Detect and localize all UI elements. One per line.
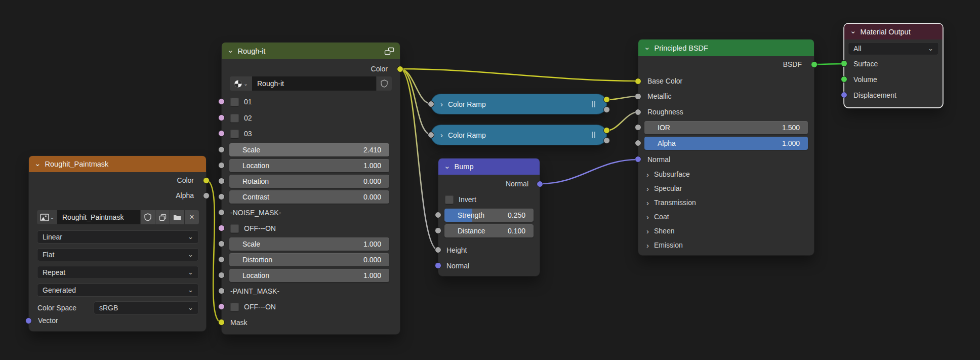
socket-fac-input[interactable]	[428, 132, 434, 138]
invert-checkbox[interactable]	[445, 195, 454, 204]
socket-surface-input[interactable]	[841, 60, 847, 67]
node-header[interactable]: ⌄ Rough-it	[222, 43, 400, 59]
socket-fac-input[interactable]	[428, 101, 434, 107]
extension-dropdown[interactable]: Repeat ⌄	[37, 266, 199, 279]
socket-mask-input[interactable]	[218, 319, 225, 326]
image-name-field[interactable]: Roughit_Paintmask	[57, 210, 140, 224]
socket-off-on-1-input[interactable]	[218, 225, 225, 231]
group-browse-button[interactable]: ⌄	[230, 76, 252, 91]
node-roughit-paintmask[interactable]: ⌄ Roughit_Paintmask Color Alpha ⌄ Roughi…	[29, 156, 206, 331]
socket-scale-input[interactable]	[218, 146, 225, 153]
socket-scale-2-input[interactable]	[218, 241, 225, 247]
off-on-checkbox-2[interactable]	[230, 303, 239, 311]
duplicate-button[interactable]	[155, 210, 170, 224]
alpha-slider[interactable]: Alpha 1.000	[644, 137, 808, 150]
socket-bsdf-output[interactable]	[811, 61, 818, 68]
node-header[interactable]: ⌄ Material Output	[844, 24, 943, 39]
node-header[interactable]: ⌄ Bump	[438, 158, 540, 175]
socket-rotation-input[interactable]	[218, 178, 225, 184]
node-material-output[interactable]: ⌄ Material Output All ⌄ Surface Volume D…	[844, 24, 943, 107]
socket-vector-input[interactable]	[25, 317, 32, 324]
socket-color-output[interactable]	[397, 66, 403, 72]
unlink-button[interactable]: ×	[185, 210, 199, 224]
section-coat[interactable]: › Coat	[646, 210, 669, 223]
socket-03-input[interactable]	[218, 130, 225, 137]
collapse-chevron-icon[interactable]: ⌄	[444, 162, 451, 170]
socket-roughness-input[interactable]	[635, 109, 641, 115]
socket-strength-input[interactable]	[435, 212, 441, 218]
fake-user-button[interactable]	[141, 210, 155, 224]
socket-height-input[interactable]	[435, 247, 441, 253]
socket-ior-input[interactable]	[635, 124, 641, 131]
socket-normal-output[interactable]	[537, 181, 543, 187]
socket-distortion-input[interactable]	[218, 256, 225, 263]
ior-slider[interactable]: IOR 1.500	[644, 121, 808, 134]
node-header[interactable]: ⌄ Roughit_Paintmask	[29, 156, 206, 172]
source-dropdown[interactable]: Generated ⌄	[37, 284, 199, 297]
open-file-button[interactable]	[170, 210, 184, 224]
node-principled-bsdf[interactable]: ⌄ Principled BSDF BSDF Base Color Metall…	[638, 39, 814, 255]
socket-location-input[interactable]	[218, 162, 225, 169]
group-name-field[interactable]: Rough-it	[252, 76, 376, 91]
socket-alpha-output[interactable]	[203, 192, 210, 199]
collapse-chevron-icon[interactable]: ⌄	[850, 27, 856, 34]
checkbox-01[interactable]	[230, 98, 239, 106]
socket-base-color-input[interactable]	[635, 78, 641, 85]
rotation-slider[interactable]: Rotation 0.000	[229, 175, 389, 188]
socket-distance-input[interactable]	[435, 227, 441, 234]
location-slider[interactable]: Location 1.000	[229, 159, 389, 172]
socket-contrast-input[interactable]	[218, 193, 225, 200]
node-title: Principled BSDF	[655, 44, 708, 52]
socket-off-on-2-input[interactable]	[218, 303, 225, 310]
contrast-slider[interactable]: Contrast 0.000	[229, 190, 389, 204]
node-color-ramp-1[interactable]: › Color Ramp	[431, 94, 606, 114]
image-browse-button[interactable]: ⌄	[37, 210, 57, 224]
node-editor-canvas[interactable]: ⌄ Roughit_Paintmask Color Alpha ⌄ Roughi…	[0, 0, 980, 360]
node-header[interactable]: ⌄ Principled BSDF	[638, 39, 814, 56]
collapse-chevron-icon[interactable]: ⌄	[644, 43, 650, 51]
socket-alpha-input[interactable]	[635, 140, 641, 146]
interpolation-dropdown[interactable]: Linear ⌄	[37, 230, 199, 244]
projection-dropdown[interactable]: Flat ⌄	[37, 248, 199, 261]
off-on-checkbox-1[interactable]	[230, 224, 239, 233]
section-subsurface[interactable]: › Subsurface	[646, 168, 690, 181]
strength-slider[interactable]: Strength 0.250	[444, 209, 534, 222]
checkbox-03[interactable]	[230, 130, 239, 138]
node-bump[interactable]: ⌄ Bump Normal Invert Strength 0.250 Dist…	[438, 158, 540, 276]
section-sheen[interactable]: › Sheen	[646, 224, 674, 237]
socket-color-output[interactable]	[203, 177, 210, 184]
socket-displacement-input[interactable]	[841, 92, 847, 98]
socket-normal-input[interactable]	[635, 156, 641, 163]
socket-normal-input[interactable]	[435, 262, 441, 269]
socket-01-input[interactable]	[218, 98, 225, 105]
expand-chevron-icon[interactable]: ›	[440, 100, 443, 108]
checkbox-02[interactable]	[230, 114, 239, 123]
node-color-ramp-2[interactable]: › Color Ramp	[431, 125, 606, 145]
scale-slider[interactable]: Scale 2.410	[229, 143, 389, 156]
collapse-chevron-icon[interactable]: ⌄	[227, 46, 234, 54]
location-2-slider[interactable]: Location 1.000	[229, 269, 389, 282]
fake-user-button[interactable]	[377, 76, 392, 91]
section-label: Emission	[654, 241, 683, 249]
node-rough-it-group[interactable]: ⌄ Rough-it Color ⌄ Rough-it	[222, 43, 400, 334]
socket-location-2-input[interactable]	[218, 272, 225, 278]
socket-noise-mask-input[interactable]	[218, 209, 225, 216]
socket-color-output[interactable]	[603, 96, 610, 103]
scale-2-slider[interactable]: Scale 1.000	[229, 237, 389, 251]
distance-slider[interactable]: Distance 0.100	[444, 224, 534, 237]
socket-paint-mask-input[interactable]	[218, 288, 225, 294]
collapse-chevron-icon[interactable]: ⌄	[34, 159, 41, 167]
socket-02-input[interactable]	[218, 114, 225, 121]
socket-alpha-output[interactable]	[603, 137, 610, 144]
section-emission[interactable]: › Emission	[646, 238, 683, 252]
section-specular[interactable]: › Specular	[646, 182, 682, 195]
section-transmission[interactable]: › Transmission	[646, 196, 696, 209]
socket-volume-input[interactable]	[841, 76, 847, 83]
distortion-slider[interactable]: Distortion 0.000	[229, 253, 389, 266]
expand-chevron-icon[interactable]: ›	[440, 131, 443, 139]
color-space-dropdown[interactable]: sRGB ⌄	[94, 301, 199, 314]
socket-alpha-output[interactable]	[603, 106, 610, 113]
socket-metallic-input[interactable]	[635, 93, 641, 100]
target-dropdown[interactable]: All ⌄	[848, 42, 939, 55]
socket-color-output[interactable]	[603, 127, 610, 134]
